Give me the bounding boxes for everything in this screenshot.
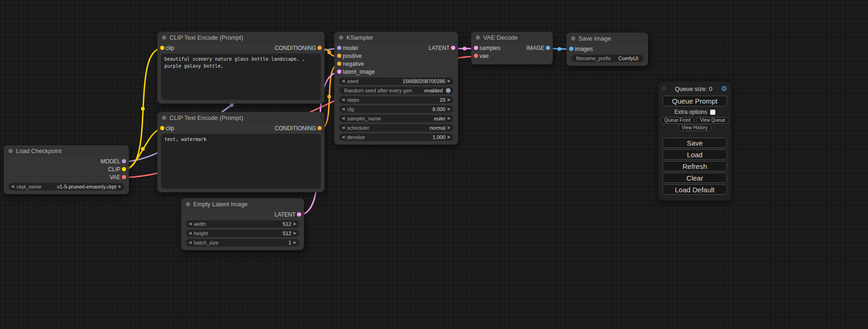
extra-options-checkbox[interactable] — [710, 110, 715, 115]
output-slot-latent: LATENT — [181, 210, 304, 218]
queue-prompt-button[interactable]: Queue Prompt — [663, 96, 727, 106]
node-empty-latent-image[interactable]: Empty Latent Image LATENT ◀ width 512 ▶ … — [181, 198, 304, 250]
clip-input-dot[interactable] — [160, 126, 164, 130]
widget-width[interactable]: ◀ width 512 ▶ — [186, 220, 299, 228]
increment-arrow-icon[interactable]: ▶ — [448, 115, 451, 122]
increment-arrow-icon[interactable]: ▶ — [448, 77, 451, 85]
collapse-dot[interactable] — [571, 36, 575, 41]
slot-label: latent_image — [343, 69, 375, 75]
slot-row: images — [566, 45, 648, 53]
increment-arrow-icon[interactable]: ▶ — [448, 133, 451, 141]
view-queue-button[interactable]: View Queue — [696, 117, 729, 124]
node-title-bar[interactable]: VAE Decode — [471, 32, 553, 43]
node-title-bar[interactable]: CLIP Text Encode (Prompt) — [157, 112, 325, 123]
vae-output-dot[interactable] — [122, 175, 126, 179]
link-midpoint-dot — [141, 107, 145, 111]
clip-output-dot[interactable] — [122, 167, 126, 171]
load-button[interactable]: Load — [663, 149, 727, 160]
link-midpoint-dot — [557, 47, 561, 51]
load-default-button[interactable]: Load Default — [663, 184, 727, 195]
widget-cfg[interactable]: ◀ cfg 8.000 ▶ — [339, 105, 453, 113]
widget-scheduler[interactable]: ◀ scheduler normal ▶ — [339, 124, 453, 132]
node-ksampler[interactable]: KSampler model LATENT positive negative … — [334, 32, 458, 145]
decrement-arrow-icon[interactable]: ◀ — [189, 220, 191, 228]
decrement-arrow-icon[interactable]: ◀ — [342, 115, 345, 122]
widget-sampler-name[interactable]: ◀ sampler_name euler ▶ — [339, 115, 453, 122]
decrement-arrow-icon[interactable]: ◀ — [342, 124, 345, 132]
node-title-bar[interactable]: Load Checkpoint — [4, 145, 129, 156]
settings-gear-icon[interactable]: ⚙ — [721, 84, 727, 93]
images-input-dot[interactable] — [569, 47, 573, 51]
latent-output-dot[interactable] — [297, 212, 301, 217]
decrement-arrow-icon[interactable]: ◀ — [342, 133, 345, 141]
decrement-arrow-icon[interactable]: ◀ — [342, 105, 345, 113]
clear-button[interactable]: Clear — [663, 173, 727, 183]
node-clip-text-encode-positive[interactable]: CLIP Text Encode (Prompt) clip CONDITION… — [157, 32, 325, 104]
model-input-dot[interactable] — [337, 46, 341, 50]
node-title-bar[interactable]: Save Image — [566, 33, 648, 44]
slot-row: negative — [334, 60, 458, 68]
node-title-bar[interactable]: CLIP Text Encode (Prompt) — [157, 32, 325, 43]
clip-input-dot[interactable] — [160, 46, 164, 50]
node-title: Load Checkpoint — [16, 147, 62, 154]
increment-arrow-icon[interactable]: ▶ — [294, 230, 296, 237]
drag-handle-icon[interactable]: ⠿ — [662, 86, 666, 92]
node-clip-text-encode-negative[interactable]: CLIP Text Encode (Prompt) clip CONDITION… — [157, 112, 325, 192]
slot-label: VAE — [110, 174, 120, 181]
view-history-button[interactable]: View History — [678, 125, 711, 131]
model-output-dot[interactable] — [122, 159, 126, 163]
node-title-bar[interactable]: Empty Latent Image — [181, 198, 304, 210]
node-load-checkpoint[interactable]: Load Checkpoint MODEL CLIP VAE ◀ ckpt_na… — [4, 145, 129, 194]
samples-input-dot[interactable] — [474, 46, 478, 50]
collapse-dot[interactable] — [186, 202, 190, 206]
queue-front-button[interactable]: Queue Front — [661, 117, 694, 124]
widget-seed[interactable]: ◀ seed 156680208700286 ▶ — [339, 77, 453, 85]
widget-label: scheduler — [347, 125, 369, 131]
latent-output-dot[interactable] — [451, 46, 455, 50]
negative-prompt-textarea[interactable]: text, watermark — [161, 134, 321, 189]
increment-arrow-icon[interactable]: ▶ — [119, 183, 121, 190]
widget-label: Random seed after every gen — [344, 88, 412, 93]
latent-image-input-dot[interactable] — [337, 70, 341, 74]
node-vae-decode[interactable]: VAE Decode samples IMAGE vae — [471, 32, 553, 64]
increment-arrow-icon[interactable]: ▶ — [294, 239, 296, 246]
conditioning-output-dot[interactable] — [318, 46, 322, 50]
collapse-dot[interactable] — [162, 116, 166, 120]
widget-label: ckpt_name — [16, 184, 42, 189]
widget-filename-prefix[interactable]: filename_prefix ComfyUI — [571, 55, 643, 62]
widget-denoise[interactable]: ◀ denoise 1.000 ▶ — [339, 133, 453, 141]
node-title: Empty Latent Image — [193, 201, 247, 208]
increment-arrow-icon[interactable]: ▶ — [448, 96, 451, 104]
decrement-arrow-icon[interactable]: ◀ — [189, 239, 191, 246]
collapse-dot[interactable] — [8, 149, 13, 153]
refresh-button[interactable]: Refresh — [663, 161, 727, 171]
decrement-arrow-icon[interactable]: ◀ — [11, 183, 14, 190]
vae-input-dot[interactable] — [474, 54, 478, 58]
save-button[interactable]: Save — [663, 138, 727, 148]
node-title-bar[interactable]: KSampler — [334, 32, 458, 43]
widget-label: denoise — [347, 134, 365, 140]
widget-height[interactable]: ◀ height 512 ▶ — [186, 230, 299, 237]
collapse-dot[interactable] — [162, 35, 166, 40]
positive-input-dot[interactable] — [337, 54, 341, 58]
increment-arrow-icon[interactable]: ▶ — [294, 220, 296, 228]
negative-input-dot[interactable] — [337, 62, 341, 66]
collapse-dot[interactable] — [339, 35, 343, 40]
increment-arrow-icon[interactable]: ▶ — [448, 105, 451, 113]
widget-steps[interactable]: ◀ steps 20 ▶ — [339, 96, 453, 104]
node-save-image[interactable]: Save Image images filename_prefix ComfyU… — [566, 33, 648, 66]
positive-prompt-textarea[interactable]: beautiful scenery nature glass bottle la… — [161, 54, 321, 100]
widget-random-seed-toggle[interactable]: Random seed after every gen enabled — [339, 87, 453, 94]
conditioning-output-dot[interactable] — [318, 126, 322, 130]
queue-front-row: Queue Front View Queue — [658, 117, 731, 124]
image-output-dot[interactable] — [546, 46, 550, 50]
widget-ckpt-name[interactable]: ◀ ckpt_name v1-5-pruned-emaonly.ckpt ▶ — [8, 183, 124, 190]
widget-value: 1.000 — [432, 134, 445, 140]
widget-batch-size[interactable]: ◀ batch_size 1 ▶ — [186, 239, 299, 246]
decrement-arrow-icon[interactable]: ◀ — [342, 96, 345, 104]
collapse-dot[interactable] — [476, 35, 480, 40]
increment-arrow-icon[interactable]: ▶ — [448, 124, 451, 132]
decrement-arrow-icon[interactable]: ◀ — [342, 77, 345, 85]
toggle-knob[interactable] — [446, 88, 451, 93]
decrement-arrow-icon[interactable]: ◀ — [189, 230, 191, 237]
